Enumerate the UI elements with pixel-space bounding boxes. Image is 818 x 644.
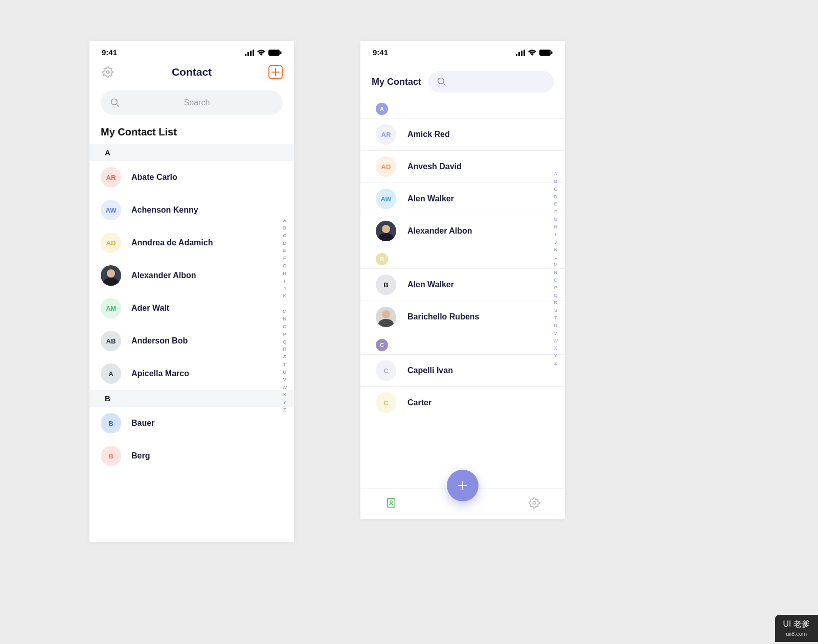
contact-row[interactable]: ADAnvesh David (360, 150, 565, 182)
contact-row[interactable]: ABAnderson Bob (89, 325, 294, 357)
contact-row[interactable]: ARAmick Red (360, 118, 565, 150)
index-letter[interactable]: R (283, 346, 287, 353)
index-letter[interactable]: Y (283, 399, 287, 406)
index-letter[interactable]: E (283, 247, 287, 255)
battery-icon (539, 50, 553, 56)
settings-button[interactable] (101, 65, 115, 79)
index-letter[interactable]: G (283, 262, 287, 270)
nav-contacts[interactable] (385, 497, 397, 511)
index-letter[interactable]: G (554, 216, 558, 223)
search-input[interactable]: Search (101, 90, 283, 115)
index-letter[interactable]: D (283, 240, 287, 247)
index-letter[interactable]: F (554, 208, 558, 216)
index-letter[interactable]: C (554, 186, 558, 193)
index-letter[interactable]: I (554, 231, 558, 239)
index-letter[interactable]: L (283, 300, 287, 308)
index-letter[interactable]: H (554, 223, 558, 231)
page-title: My Contact (372, 77, 421, 87)
contact-name: Alexander Albon (407, 226, 472, 236)
index-letter[interactable]: Q (283, 338, 287, 346)
watermark-main: UI 老爹 (783, 619, 810, 628)
index-letter[interactable]: O (554, 277, 558, 284)
index-letter[interactable]: X (554, 344, 558, 352)
watermark-sub: uii8.com (783, 631, 810, 637)
index-letter[interactable]: K (554, 246, 558, 254)
index-letter[interactable]: B (283, 224, 287, 232)
index-letter[interactable]: V (283, 376, 287, 384)
index-letter[interactable]: T (554, 314, 558, 322)
index-letter[interactable]: U (554, 322, 558, 330)
wifi-icon (257, 50, 265, 56)
contact-name: Carter (407, 398, 431, 407)
index-letter[interactable]: P (554, 284, 558, 292)
index-letter[interactable]: C (283, 232, 287, 240)
index-letter[interactable]: J (554, 239, 558, 246)
index-letter[interactable]: W (554, 337, 558, 345)
index-letter[interactable]: D (554, 193, 558, 201)
index-letter[interactable]: T (283, 361, 287, 369)
contact-row[interactable]: CCarter (360, 386, 565, 419)
index-letter[interactable]: A (554, 170, 558, 178)
index-letter[interactable]: B (554, 178, 558, 186)
index-letter[interactable]: S (554, 307, 558, 314)
status-time: 9:41 (373, 48, 388, 57)
contacts-icon (385, 497, 397, 509)
index-letter[interactable]: M (554, 261, 558, 269)
contact-row[interactable]: AWAlen Walker (360, 182, 565, 215)
contact-row[interactable]: BAlen Walker (360, 268, 565, 301)
contact-row[interactable]: BBauer (89, 407, 294, 440)
add-contact-fab[interactable] (447, 470, 479, 501)
contact-name: Alen Walker (407, 194, 454, 203)
add-contact-button[interactable] (268, 65, 283, 79)
battery-icon (268, 50, 282, 56)
svg-point-16 (390, 500, 393, 503)
contact-row[interactable]: AApicella Marco (89, 357, 294, 390)
index-letter[interactable]: S (283, 353, 287, 361)
index-letter[interactable]: E (554, 200, 558, 208)
svg-rect-0 (245, 54, 246, 56)
contact-row[interactable]: AWAchenson Kenny (89, 194, 294, 226)
index-letter[interactable]: P (283, 331, 287, 338)
watermark: UI 老爹 uii8.com (775, 615, 818, 642)
index-letter[interactable]: N (554, 269, 558, 277)
index-letter[interactable]: H (283, 270, 287, 278)
index-letter[interactable]: J (283, 285, 287, 293)
contact-row[interactable]: ADAnndrea de Adamich (89, 226, 294, 259)
index-letter[interactable]: V (554, 330, 558, 337)
alpha-index[interactable]: ABCDEFGHIJKLMNOPQRSTUVWXYZ (283, 217, 287, 414)
contact-row[interactable]: Alexander Albon (360, 215, 565, 247)
index-letter[interactable]: Y (554, 352, 558, 360)
search-input[interactable] (428, 71, 554, 93)
nav-settings[interactable] (529, 497, 540, 511)
svg-rect-12 (539, 50, 551, 56)
contact-name: Capelli Ivan (407, 366, 453, 375)
contact-row[interactable]: ARAbate Carlo (89, 161, 294, 194)
contact-name: Ader Walt (131, 304, 169, 313)
svg-rect-4 (268, 50, 280, 56)
index-letter[interactable]: L (554, 254, 558, 261)
svg-rect-13 (551, 51, 553, 54)
contact-row[interactable]: Alexander Albon (89, 259, 294, 292)
index-letter[interactable]: W (283, 384, 287, 392)
index-letter[interactable]: U (283, 369, 287, 376)
index-letter[interactable]: R (554, 299, 558, 307)
index-letter[interactable]: I (283, 278, 287, 285)
index-letter[interactable]: A (283, 217, 287, 224)
contact-row[interactable]: BBerg (89, 440, 294, 472)
alpha-index[interactable]: ABCDEFGHIJKLMNOPQRSTUVWXYZ (554, 170, 558, 367)
svg-rect-10 (521, 51, 522, 56)
index-letter[interactable]: F (283, 255, 287, 262)
avatar-initials: AR (376, 124, 396, 145)
index-letter[interactable]: Z (554, 360, 558, 367)
contact-row[interactable]: Barichello Rubens (360, 301, 565, 333)
index-letter[interactable]: O (283, 323, 287, 331)
index-letter[interactable]: Q (554, 292, 558, 300)
index-letter[interactable]: K (283, 292, 287, 300)
index-letter[interactable]: M (283, 308, 287, 315)
contact-row[interactable]: AMAder Walt (89, 292, 294, 325)
index-letter[interactable]: X (283, 391, 287, 399)
index-letter[interactable]: N (283, 315, 287, 323)
svg-point-14 (438, 78, 444, 84)
index-letter[interactable]: Z (283, 406, 287, 414)
contact-row[interactable]: CCapelli Ivan (360, 354, 565, 386)
